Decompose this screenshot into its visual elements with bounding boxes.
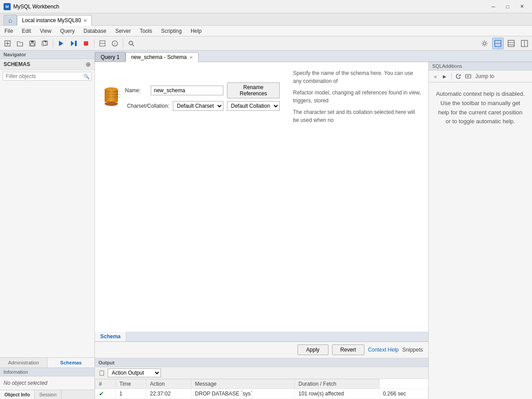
tab-administration[interactable]: Administration <box>0 358 47 368</box>
tab-session[interactable]: Session <box>35 390 61 399</box>
output-label: Output <box>98 360 114 365</box>
schema-name-row: Name: Rename References Charset/Collatio… <box>102 69 421 124</box>
schemas-label: SCHEMAS <box>4 61 30 67</box>
filter-search-icon[interactable]: 🔍 <box>82 73 91 80</box>
menu-view[interactable]: View <box>35 26 56 36</box>
toolbar-layout-3[interactable] <box>519 38 530 49</box>
cylinder-body <box>105 90 118 102</box>
schema-editor: Name: Rename References Charset/Collatio… <box>95 62 428 399</box>
menu-file[interactable]: File <box>0 26 17 36</box>
toolbar-inspect[interactable] <box>125 38 137 49</box>
revert-button[interactable]: Revert <box>332 344 364 355</box>
jump-to-label: Jump to <box>475 73 494 79</box>
tab-object-info[interactable]: Object Info <box>0 390 35 399</box>
center-right-panel: Query 1 new_schema - Schema ✕ <box>95 51 532 399</box>
schema-name-input[interactable] <box>151 86 223 95</box>
col-message: Message <box>191 379 294 389</box>
row-action: DROP DATABASE `sys` <box>191 389 294 399</box>
toolbar: i <box>0 36 532 51</box>
navigator-header: Navigator <box>0 51 94 59</box>
action-row: Apply Revert Context Help Snippets <box>95 342 428 358</box>
sql-nav-forward[interactable]: ▶ <box>440 72 449 81</box>
snippets-link[interactable]: Snippets <box>402 347 423 353</box>
schema-list <box>0 82 94 357</box>
charset-select[interactable]: Default Charset <box>173 101 223 111</box>
query1-tab[interactable]: Query 1 <box>95 52 125 62</box>
toolbar-save[interactable] <box>27 38 38 49</box>
action-output-dropdown[interactable]: Action Output <box>108 368 161 377</box>
svg-point-17 <box>129 41 133 45</box>
menu-scripting[interactable]: Scripting <box>156 26 186 36</box>
navigator-label: Navigator <box>4 52 26 57</box>
charset-label: Charset/Collation: <box>125 103 169 109</box>
toolbar-settings[interactable] <box>479 38 490 49</box>
sql-additions-panel: SQLAdditions ◀ ▶ Jump to Automatic conte… <box>428 62 532 399</box>
schema-icon <box>102 86 121 107</box>
col-action: Action <box>146 379 192 389</box>
sql-nav-back[interactable]: ◀ <box>430 72 439 81</box>
svg-rect-4 <box>31 41 34 43</box>
schema-form: Name: Rename References Charset/Collatio… <box>95 62 428 131</box>
toolbar-layout-1[interactable] <box>492 38 504 49</box>
minimize-button[interactable]: ─ <box>487 2 500 12</box>
local-tab-close[interactable]: ✕ <box>83 18 87 23</box>
app-icon: M <box>4 3 11 10</box>
name-field-row: Name: Rename References <box>125 82 280 98</box>
menu-edit[interactable]: Edit <box>17 26 35 36</box>
database-icon <box>102 87 121 106</box>
toolbar-open[interactable] <box>14 38 26 49</box>
toolbar-execute[interactable] <box>55 38 67 49</box>
toolbar-execute-sel[interactable] <box>68 38 79 49</box>
schemas-add-icon[interactable]: ⊕ <box>86 61 91 68</box>
name-label: Name: <box>125 87 147 94</box>
home-icon: ⌂ <box>8 17 12 24</box>
output-section: Output 📋 Action Output # <box>95 358 428 399</box>
schema-tab-close[interactable]: ✕ <box>189 55 193 60</box>
context-help-link[interactable]: Context Help <box>368 347 399 353</box>
output-table-header-row: # Time Action Message Duration / Fetch <box>95 379 428 389</box>
toolbar-new-schema[interactable] <box>2 38 13 49</box>
sql-refresh-btn[interactable] <box>454 72 463 81</box>
schema-tab[interactable]: new_schema - Schema ✕ <box>125 52 199 62</box>
menu-help[interactable]: Help <box>186 26 206 36</box>
schema-help-text: Specify the name of the schema here. You… <box>293 69 421 124</box>
schemas-header: SCHEMAS ⊕ <box>0 59 94 70</box>
sql-additions-label: SQLAdditions <box>432 63 462 69</box>
maximize-button[interactable]: □ <box>501 2 514 12</box>
schema-fields: Name: Rename References Charset/Collatio… <box>125 82 280 111</box>
close-button[interactable]: ✕ <box>515 2 528 12</box>
menu-bar: File Edit View Query Database Server Too… <box>0 26 532 36</box>
filter-search-box: 🔍 <box>3 72 92 81</box>
rename-references-button[interactable]: Rename References <box>227 82 280 98</box>
toolbar-query-stats[interactable]: i <box>109 38 121 49</box>
collation-select[interactable]: Default Collation <box>227 101 280 111</box>
query-tab-bar: Query 1 new_schema - Schema ✕ <box>95 51 532 62</box>
toolbar-save-all[interactable] <box>39 38 51 49</box>
menu-tools[interactable]: Tools <box>135 26 156 36</box>
cylinder-stripe-2 <box>107 94 121 95</box>
menu-server[interactable]: Server <box>111 26 135 36</box>
svg-rect-12 <box>84 41 88 46</box>
svg-rect-27 <box>466 74 471 78</box>
main-layout: Navigator SCHEMAS ⊕ 🔍 Administration Sch… <box>0 51 532 399</box>
cylinder-bottom <box>105 102 118 106</box>
help-line-1: Specify the name of the schema here. You… <box>293 69 421 85</box>
tab-schemas[interactable]: Schemas <box>47 358 94 368</box>
table-row: ✔ 1 22:37:02 DROP DATABASE `sys` 101 row… <box>95 389 428 399</box>
local-instance-tab[interactable]: Local instance MySQL80 ✕ <box>17 15 91 26</box>
bottom-schema-tab[interactable]: Schema <box>95 332 126 341</box>
filter-input[interactable] <box>3 72 82 80</box>
help-line-3: The character set and its collation sele… <box>293 108 421 124</box>
left-panel: Navigator SCHEMAS ⊕ 🔍 Administration Sch… <box>0 51 95 399</box>
home-tab[interactable]: ⌂ <box>4 15 17 25</box>
query1-tab-label: Query 1 <box>101 54 120 60</box>
menu-query[interactable]: Query <box>56 26 79 36</box>
instance-tab-bar: ⌂ Local instance MySQL80 ✕ <box>0 13 532 26</box>
sql-auto-btn[interactable] <box>464 72 473 81</box>
toolbar-layout-2[interactable] <box>505 38 517 49</box>
left-bottom-tabs: Object Info Session <box>0 390 94 399</box>
menu-database[interactable]: Database <box>79 26 111 36</box>
toolbar-stop[interactable] <box>80 38 92 49</box>
toolbar-toggle-output[interactable] <box>97 38 108 49</box>
apply-button[interactable]: Apply <box>297 344 329 355</box>
